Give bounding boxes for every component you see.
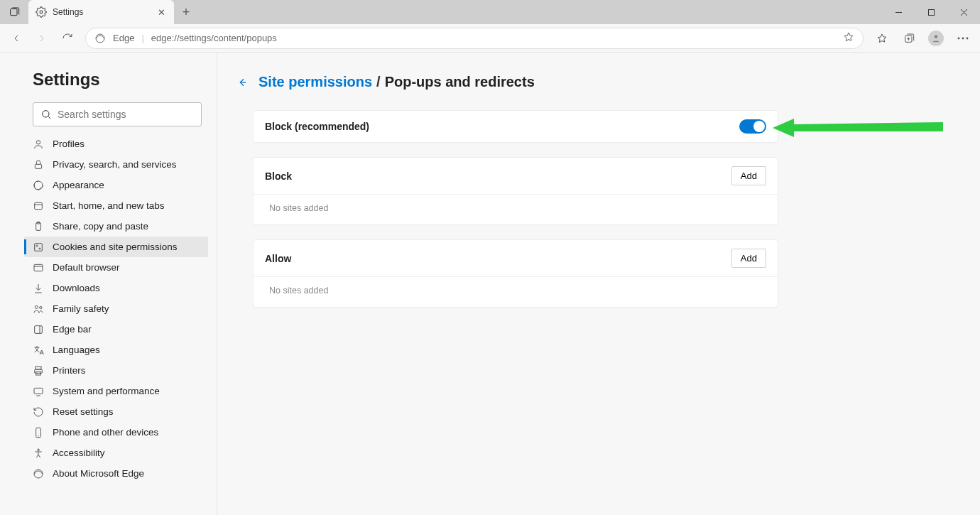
block-toggle[interactable] [739,119,766,134]
window-controls [882,0,980,24]
search-icon [40,109,52,120]
settings-search[interactable] [33,102,202,126]
edge-icon [33,468,44,479]
sidebar-item-edge-bar[interactable]: Edge bar [24,319,208,340]
settings-heading: Settings [33,70,208,90]
sidebar-item-label: Appearance [53,180,104,190]
title-bar: Settings ✕ + [0,0,980,24]
settings-main: Site permissions / Pop-ups and redirects… [217,53,980,515]
svg-rect-0 [11,9,17,15]
breadcrumb: Site permissions / Pop-ups and redirects [236,74,962,90]
minimize-button[interactable] [882,0,915,24]
sidebar-item-accessibility[interactable]: Accessibility [24,443,208,463]
maximize-button[interactable] [915,0,947,24]
language-icon [33,345,44,356]
sidebar-item-phone[interactable]: Phone and other devices [24,422,208,443]
sidebar-item-label: Family safety [53,303,109,314]
close-window-button[interactable] [947,0,980,24]
breadcrumb-link[interactable]: Site permissions [258,74,372,90]
read-aloud-icon[interactable] [843,31,854,45]
svg-rect-17 [35,164,41,168]
address-url: edge://settings/content/popups [151,33,277,43]
allow-add-button[interactable]: Add [731,249,766,268]
forward-button[interactable] [30,26,54,50]
block-recommended-row: Block (recommended) [254,111,778,142]
sidebar-item-reset[interactable]: Reset settings [24,401,208,422]
svg-line-15 [48,116,50,119]
sidebar-item-label: Share, copy and paste [53,221,148,232]
sidebar-item-appearance[interactable]: Appearance [24,175,208,195]
accessibility-icon [33,448,44,459]
home-icon [33,200,44,212]
breadcrumb-current: Pop-ups and redirects [385,74,535,90]
block-recommended-label: Block (recommended) [265,121,369,132]
svg-rect-26 [34,264,43,271]
breadcrumb-back-button[interactable] [236,76,249,89]
settings-search-input[interactable] [58,109,194,120]
sidebar-item-label: Accessibility [53,448,105,458]
reset-icon [33,406,44,418]
tabs-icon [9,6,20,18]
sidebar-item-privacy[interactable]: Privacy, search, and services [24,154,208,175]
edge-logo-icon [94,33,106,44]
block-list-card: Block Add No sites added [253,157,778,225]
svg-point-29 [40,306,42,308]
browser-icon [33,262,44,273]
sidebar-item-default-browser[interactable]: Default browser [24,257,208,278]
printer-icon [33,365,44,376]
sidebar-item-system[interactable]: System and performance [24,381,208,401]
svg-rect-35 [34,388,43,394]
svg-point-28 [35,305,38,308]
address-separator: | [141,33,143,43]
tab-actions-button[interactable] [0,0,28,24]
block-add-button[interactable]: Add [731,166,766,185]
svg-point-39 [38,449,40,451]
system-icon [33,386,44,397]
sidebar-icon [33,324,44,335]
allow-list-card: Allow Add No sites added [253,239,778,308]
block-list-header: Block Add [254,158,778,194]
svg-point-25 [39,248,40,249]
profile-button[interactable] [923,26,949,50]
svg-rect-3 [928,9,934,15]
sidebar-item-about[interactable]: About Microsoft Edge [24,463,208,484]
reload-button[interactable] [55,26,80,50]
browser-tab[interactable]: Settings ✕ [28,0,174,24]
profile-icon [33,139,44,150]
sidebar-item-downloads[interactable]: Downloads [24,278,208,298]
sidebar-item-profiles[interactable]: Profiles [24,134,208,154]
tab-close-button[interactable]: ✕ [156,6,167,18]
sidebar-item-languages[interactable]: Languages [24,340,208,360]
settings-sidebar: Settings Profiles Privacy, search, and s… [0,53,217,515]
sidebar-item-label: Profiles [53,139,85,149]
sidebar-item-family[interactable]: Family safety [24,298,208,319]
sidebar-item-label: Downloads [53,283,100,293]
sidebar-item-label: Edge bar [53,324,92,335]
sidebar-item-start[interactable]: Start, home, and new tabs [24,195,208,216]
back-button[interactable] [4,26,28,50]
svg-rect-30 [35,325,43,333]
sidebar-item-share[interactable]: Share, copy and paste [24,216,208,237]
new-tab-button[interactable]: + [174,0,198,24]
sidebar-item-cookies[interactable]: Cookies and site permissions [24,237,208,257]
collections-button[interactable] [896,26,922,50]
download-icon [33,283,44,294]
tab-title: Settings [53,7,83,17]
svg-point-12 [962,37,964,39]
sidebar-item-printers[interactable]: Printers [24,360,208,381]
sidebar-item-label: Phone and other devices [53,427,158,438]
favorites-button[interactable] [869,26,895,50]
menu-button[interactable] [950,26,976,50]
gear-icon [36,6,47,18]
address-bar[interactable]: Edge | edge://settings/content/popups [85,28,864,49]
phone-icon [33,427,44,438]
svg-point-1 [40,11,43,13]
svg-point-16 [36,140,40,143]
svg-point-10 [935,35,938,38]
svg-rect-32 [36,367,41,369]
browser-toolbar: Edge | edge://settings/content/popups [0,24,980,53]
allow-list-empty: No sites added [254,276,778,307]
block-list-title: Block [265,170,292,182]
sidebar-item-label: About Microsoft Edge [53,468,144,479]
svg-point-14 [43,111,49,117]
